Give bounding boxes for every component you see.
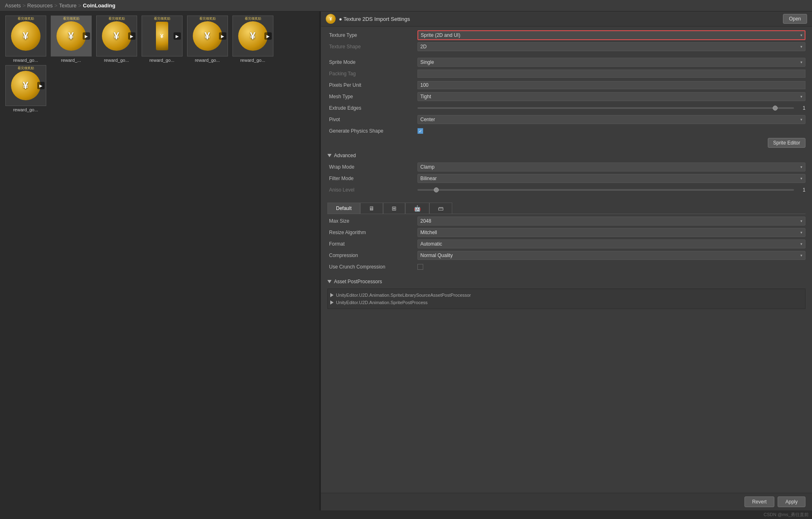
compression-select-wrapper[interactable]: Normal Quality (417, 251, 805, 260)
list-item[interactable]: 看完领奖励 ▶ reward_go... (231, 16, 274, 63)
extrude-slider-thumb[interactable] (773, 106, 778, 111)
revert-button[interactable]: Revert (744, 496, 774, 507)
asset-thumbnail-2[interactable]: 看完领奖励 ▶ (96, 16, 137, 56)
tab-android[interactable]: 🤖 (405, 203, 429, 214)
play-button-5[interactable]: ▶ (264, 32, 272, 40)
apply-button[interactable]: Apply (778, 496, 805, 507)
texture-type-select[interactable]: Sprite (2D and UI) (417, 30, 805, 40)
extrude-slider-track[interactable] (417, 107, 794, 109)
format-select[interactable]: Automatic (417, 239, 805, 248)
crunch-checkbox[interactable] (417, 264, 423, 270)
play-button-3[interactable]: ▶ (174, 32, 181, 40)
asset-thumbnail-6[interactable]: 看完领奖励 ▶ (5, 65, 46, 106)
asset-thumbnail-3[interactable]: ¥ 看完领奖励 ▶ (142, 16, 183, 56)
tab-other[interactable]: 🗃 (429, 203, 452, 214)
aniso-slider-row: 1 (417, 187, 805, 193)
generate-physics-row: Generate Physics Shape ✓ (327, 126, 805, 136)
pixels-per-unit-input[interactable] (417, 81, 805, 89)
list-item[interactable]: 看完领奖励 ▶ reward_go... (95, 16, 138, 63)
list-item[interactable]: 看完领奖励 ▶ reward_... (50, 16, 92, 63)
pixels-per-unit-label: Pixels Per Unit (327, 82, 417, 88)
android-icon: 🤖 (414, 205, 421, 212)
filter-mode-select-wrapper[interactable]: Bilinear (417, 174, 805, 183)
tab-desktop[interactable]: 🖥 (360, 203, 383, 214)
mesh-type-value: Tight (417, 92, 805, 101)
crunch-value (417, 264, 805, 270)
pivot-value: Center (417, 115, 805, 124)
pixels-per-unit-value (417, 81, 805, 89)
max-size-select-wrapper[interactable]: 2048 (417, 217, 805, 226)
compression-select[interactable]: Normal Quality (417, 251, 805, 260)
main-layout: 看完领奖励 reward_go... 看完领奖励 ▶ reward_... 看完… (0, 11, 812, 510)
list-item[interactable]: 看完领奖励 ▶ reward_go... (186, 16, 229, 63)
advanced-section-header[interactable]: Advanced (327, 151, 805, 160)
breadcrumb-texture[interactable]: Texture (59, 2, 77, 9)
asset-thumbnail-5[interactable]: 看完领奖励 ▶ (232, 16, 273, 56)
filter-mode-select[interactable]: Bilinear (417, 174, 805, 183)
generate-physics-checkbox[interactable]: ✓ (417, 128, 423, 134)
play-button-4[interactable]: ▶ (219, 32, 226, 40)
post-item-1[interactable]: UnityEditor.U2D.Animation.SpritePostProc… (330, 299, 803, 306)
advanced-triangle (327, 154, 332, 157)
wrap-mode-row: Wrap Mode Clamp (327, 162, 805, 172)
breadcrumb-assets[interactable]: Assets (5, 2, 21, 9)
asset-thumbnail-0[interactable]: 看完领奖励 (5, 16, 46, 56)
texture-shape-select[interactable]: 2D (417, 42, 805, 51)
play-button-1[interactable]: ▶ (83, 32, 90, 40)
post-item-0[interactable]: UnityEditor.U2D.Animation.SpriteLibraryS… (330, 291, 803, 299)
sprite-editor-button[interactable]: Sprite Editor (768, 138, 805, 148)
asset-name-4: reward_go... (195, 58, 220, 63)
compression-value: Normal Quality (417, 251, 805, 260)
tab-windows[interactable]: ⊞ (383, 203, 405, 214)
texture-shape-select-wrapper[interactable]: 2D (417, 42, 805, 51)
post-processors-triangle (327, 280, 332, 283)
max-size-select[interactable]: 2048 (417, 217, 805, 226)
play-button-6[interactable]: ▶ (37, 82, 45, 89)
other-icon: 🗃 (438, 205, 444, 212)
sprite-editor-row: Sprite Editor (327, 138, 805, 148)
pivot-select[interactable]: Center (417, 115, 805, 124)
resize-algo-select-wrapper[interactable]: Mitchell (417, 228, 805, 237)
wrap-mode-select[interactable]: Clamp (417, 162, 805, 171)
aniso-slider-thumb[interactable] (434, 187, 439, 192)
aniso-level-row: Aniso Level 1 (327, 185, 805, 195)
sprite-mode-select[interactable]: Single (417, 58, 805, 67)
coin-icon-0 (11, 21, 41, 51)
aniso-level-value: 1 (417, 187, 805, 193)
coin-icon-5 (238, 21, 268, 51)
footer-buttons: Revert Apply (321, 493, 812, 510)
filter-mode-row: Filter Mode Bilinear (327, 173, 805, 184)
list-item[interactable]: ¥ 看完领奖励 ▶ reward_go... (140, 16, 183, 63)
pivot-select-wrapper[interactable]: Center (417, 115, 805, 124)
tab-default[interactable]: Default (327, 203, 360, 214)
mesh-type-select[interactable]: Tight (417, 92, 805, 101)
packing-tag-value (417, 70, 805, 78)
list-item[interactable]: 看完领奖励 ▶ reward_go... (4, 65, 47, 112)
play-button-2[interactable]: ▶ (128, 32, 135, 40)
texture-type-select-wrapper[interactable]: Sprite (2D and UI) (417, 30, 805, 40)
breadcrumb-resources[interactable]: Resources (27, 2, 53, 9)
list-item[interactable]: 看完领奖励 reward_go... (4, 16, 47, 63)
mesh-type-select-wrapper[interactable]: Tight (417, 92, 805, 101)
open-button[interactable]: Open (783, 14, 807, 24)
sprite-mode-select-wrapper[interactable]: Single (417, 58, 805, 67)
aniso-slider-track[interactable] (417, 189, 794, 191)
resize-algo-select[interactable]: Mitchell (417, 228, 805, 237)
wrap-mode-select-wrapper[interactable]: Clamp (417, 162, 805, 171)
asset-name-0: reward_go... (13, 58, 38, 63)
inspector-icon: ¥ (326, 14, 336, 24)
asset-thumbnail-4[interactable]: 看完领奖励 ▶ (187, 16, 228, 56)
post-processors-header[interactable]: Asset PostProcessors (327, 277, 805, 286)
asset-name-3: reward_go... (149, 58, 174, 63)
asset-thumbnail-1[interactable]: 看完领奖励 ▶ (51, 16, 92, 56)
pixels-per-unit-row: Pixels Per Unit (327, 80, 805, 90)
max-size-row: Max Size 2048 (327, 216, 805, 226)
format-select-wrapper[interactable]: Automatic (417, 239, 805, 248)
inspector-body: Texture Type Sprite (2D and UI) Texture … (321, 27, 812, 493)
max-size-value: 2048 (417, 217, 805, 226)
packing-tag-input[interactable] (417, 70, 805, 78)
extrude-slider-row: 1 (417, 105, 805, 111)
aniso-slider-value: 1 (797, 187, 805, 193)
post-processors-label: Asset PostProcessors (334, 279, 382, 284)
asset-name-2: reward_go... (104, 58, 129, 63)
